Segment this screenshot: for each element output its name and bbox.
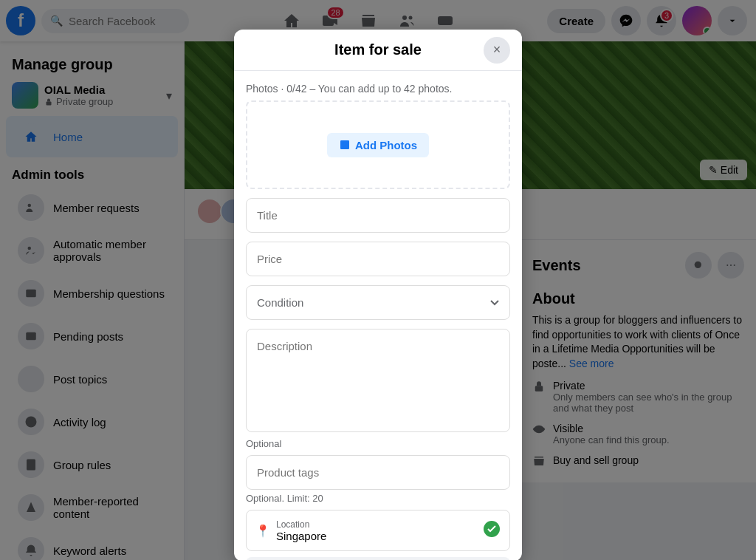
modal-title: Item for sale (334, 41, 422, 58)
product-tags-input[interactable] (246, 455, 510, 490)
item-for-sale-modal: Item for sale × Photos · 0/42 – You can … (234, 30, 522, 560)
modal-overlay: Item for sale × Photos · 0/42 – You can … (0, 0, 756, 560)
modal-body: Photos · 0/42 – You can add up to 42 pho… (234, 71, 522, 560)
photo-icon (339, 139, 351, 151)
photos-section: Photos · 0/42 – You can add up to 42 pho… (246, 83, 510, 189)
location-value: Singapore (276, 530, 480, 542)
location-pin-icon: 📍 (255, 524, 270, 538)
add-photos-button[interactable]: Add Photos (327, 133, 429, 157)
location-wrapper: 📍 Location Singapore (246, 510, 510, 551)
modal-header: Item for sale × (234, 30, 522, 71)
add-photos-label: Add Photos (355, 139, 417, 151)
optional-label: Optional (246, 438, 510, 449)
title-input[interactable] (246, 198, 510, 233)
condition-select[interactable]: Condition New Used - Like New Used - Goo… (246, 285, 510, 320)
photos-label: Photos · 0/42 – You can add up to 42 pho… (246, 83, 510, 95)
modal-close-button[interactable]: × (484, 37, 510, 64)
info-box: To help people buy and sell with confide… (246, 557, 510, 560)
description-textarea[interactable] (246, 329, 510, 432)
photos-upload-area[interactable]: Add Photos (246, 100, 510, 189)
location-label: Location (276, 519, 480, 530)
location-field[interactable]: 📍 Location Singapore (246, 510, 510, 551)
svg-point-22 (343, 143, 344, 144)
location-check-icon (483, 520, 501, 541)
price-input[interactable] (246, 242, 510, 276)
optional-limit-label: Optional. Limit: 20 (246, 493, 510, 504)
